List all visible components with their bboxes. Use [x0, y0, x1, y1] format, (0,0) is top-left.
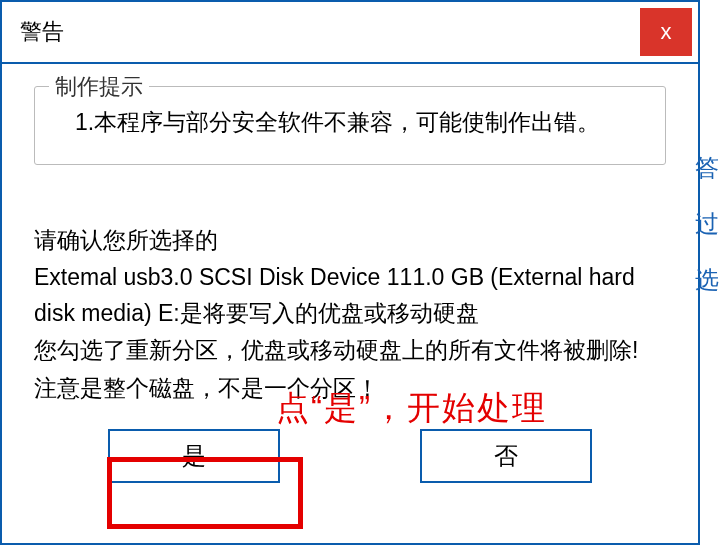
warning-dialog: 警告 x 制作提示 1.本程序与部分安全软件不兼容，可能使制作出错。 请确认您所… — [0, 0, 700, 545]
dialog-title: 警告 — [20, 17, 64, 47]
notice-text: 1.本程序与部分安全软件不兼容，可能使制作出错。 — [57, 105, 649, 140]
confirm-line1: 请确认您所选择的 — [34, 223, 666, 259]
fragment-2: 过 — [695, 196, 719, 252]
notice-fieldset: 制作提示 1.本程序与部分安全软件不兼容，可能使制作出错。 — [34, 86, 666, 165]
confirm-line2: Extemal usb3.0 SCSI Disk Device 111.0 GB… — [34, 260, 666, 331]
confirm-line3: 您勾选了重新分区，优盘或移动硬盘上的所有文件将被删除! — [34, 333, 666, 369]
no-button[interactable]: 否 — [420, 429, 592, 483]
yes-button[interactable]: 是 — [108, 429, 280, 483]
no-button-label: 否 — [494, 440, 518, 472]
confirm-line4: 注意是整个磁盘，不是一个分区！ — [34, 371, 666, 407]
notice-legend: 制作提示 — [49, 72, 149, 102]
titlebar: 警告 x — [2, 2, 698, 64]
button-row: 是 否 — [34, 429, 666, 483]
close-button[interactable]: x — [640, 8, 692, 56]
dialog-content: 制作提示 1.本程序与部分安全软件不兼容，可能使制作出错。 请确认您所选择的 E… — [2, 64, 698, 483]
fragment-1: 答 — [695, 140, 719, 196]
yes-button-label: 是 — [182, 440, 206, 472]
close-icon: x — [661, 19, 672, 45]
background-fragments: 答 过 选 — [695, 140, 720, 308]
fragment-3: 选 — [695, 252, 719, 308]
